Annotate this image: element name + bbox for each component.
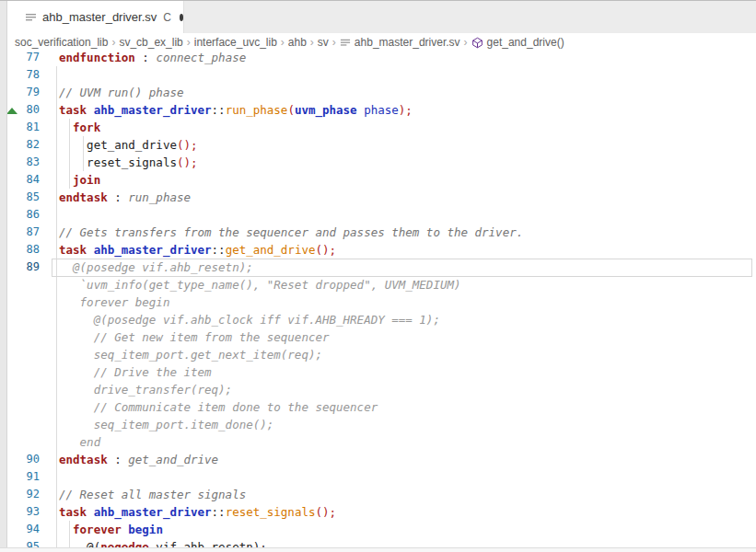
code-line-90: 90endtask : get_and_drive [7,451,756,468]
code-text[interactable]: // UVM run() phase [52,84,183,101]
code-text[interactable]: reset_signals(); [52,154,198,171]
code-line-92: 92// Reset all master signals [7,486,756,503]
line-number[interactable]: 94 [7,521,52,538]
line-number[interactable]: 84 [7,171,52,189]
ghost-code-line: // Drive the item [7,363,756,381]
code-line-91: 91 [7,468,756,486]
code-text[interactable]: `uvm_info(get_type_name(), "Reset droppe… [52,276,461,293]
code-line-93: 93task ahb_master_driver::reset_signals(… [7,503,756,521]
ghost-code-line: // Communicate item done to the sequence… [7,398,756,416]
line-number[interactable]: 79 [7,84,52,101]
ghost-code-line: forever begin [7,293,756,311]
breadcrumb-separator: › [310,36,314,49]
breadcrumb-separator: › [464,36,468,49]
breadcrumb-item-file[interactable]: ahb_master_driver.sv [340,36,460,49]
ghost-code-line: seq_item_port.get_next_item(req); [7,346,756,363]
code-line-83: 83 reset_signals(); [7,154,756,171]
unsaved-changes-dot[interactable] [180,14,183,21]
line-number[interactable]: 77 [7,52,52,66]
line-number[interactable]: 81 [7,119,52,136]
code-text[interactable]: // Communicate item done to the sequence… [52,398,378,416]
code-text[interactable]: task ahb_master_driver::reset_signals(); [52,503,336,521]
line-number[interactable]: 89 [7,259,52,276]
line-number[interactable]: 86 [7,206,52,224]
panel-edge [0,1,7,552]
line-number[interactable]: 87 [7,224,52,241]
code-text[interactable]: // Gets transfers from the sequencer and… [52,224,523,241]
ghost-code-line: end [7,433,756,451]
line-number[interactable]: 90 [7,451,52,468]
editor-viewport: 77endfunction : connect_phase7879// UVM … [7,52,756,548]
code-line-77: 77endfunction : connect_phase [7,52,756,66]
code-text[interactable]: seq_item_port.item_done(); [52,416,273,433]
tab-bar: ahb_master_driver.sv C [7,1,756,33]
code-text[interactable]: fork [52,119,100,136]
line-number[interactable]: 83 [7,154,52,171]
code-line-86: 86 [7,206,756,224]
code-text[interactable]: // Drive the item [52,363,212,381]
code-text[interactable]: forever begin [52,521,163,538]
breadcrumb-separator: › [111,36,115,49]
code-line-85: 85endtask : run_phase [7,189,756,206]
code-text[interactable]: @(posedge vif.ahb_clock iff vif.AHB_HREA… [52,311,440,328]
symbol-method-icon [471,37,483,49]
line-number[interactable]: 92 [7,486,52,503]
code-text[interactable]: @(posedge vif.ahb_resetn); [52,259,253,276]
code-text[interactable]: seq_item_port.get_next_item(req); [52,346,322,363]
ghost-code-line: // Get new item from the sequencer [7,328,756,346]
line-number[interactable]: 88 [7,241,52,259]
breadcrumb-item-symbol[interactable]: get_and_drive() [471,36,564,49]
breadcrumb-separator: › [187,36,191,49]
file-icon [25,11,37,23]
code-text[interactable]: endtask : get_and_drive [52,451,218,468]
code-line-82: 82 get_and_drive(); [7,136,756,154]
code-text[interactable]: task ahb_master_driver::get_and_drive(); [52,241,336,259]
ghost-code-line: drive_transfer(req); [7,381,756,398]
code-line-78: 78 [7,66,756,84]
line-number[interactable]: 78 [7,66,52,84]
code-text[interactable]: task ahb_master_driver::run_phase(uvm_ph… [52,101,413,119]
breadcrumb-item-sv_cb_ex_lib[interactable]: sv_cb_ex_lib [119,36,182,49]
file-icon [340,37,351,48]
green-triangle-icon[interactable] [7,108,17,114]
window-top-border [0,0,756,1]
code-line-84: 84 join [7,171,756,189]
breadcrumb-item-interface_uvc_lib[interactable]: interface_uvc_lib [194,36,277,49]
ghost-code-line: seq_item_port.item_done(); [7,416,756,433]
code-text[interactable]: join [52,171,100,189]
code-text[interactable]: forever begin [52,293,169,311]
code-line-79: 79// UVM run() phase [7,84,756,101]
code-line-81: 81 fork [7,119,756,136]
line-number[interactable]: 91 [7,468,52,486]
code-text[interactable]: endtask : run_phase [52,189,191,206]
line-number[interactable]: 85 [7,189,52,206]
window-bottom-border [0,547,756,552]
breadcrumb-item-sv[interactable]: sv [318,36,329,49]
code-line-89: 89 @(posedge vif.ahb_resetn); [7,259,756,276]
code-text[interactable]: drive_transfer(req); [52,381,232,398]
code-text[interactable]: // Reset all master signals [52,486,246,503]
breadcrumb-separator: › [281,36,285,49]
code-line-80: 80task ahb_master_driver::run_phase(uvm_… [7,101,756,119]
code-line-88: 88task ahb_master_driver::get_and_drive(… [7,241,756,259]
tab-language-badge: C [163,11,171,24]
tab-file-name: ahb_master_driver.sv [42,10,157,24]
line-number[interactable]: 93 [7,503,52,521]
ghost-code-line: @(posedge vif.ahb_clock iff vif.AHB_HREA… [7,311,756,328]
breadcrumb-item-soc_verification_lib[interactable]: soc_verification_lib [15,36,108,49]
breadcrumb: soc_verification_lib›sv_cb_ex_lib›interf… [7,33,756,52]
code-editor-window: ahb_master_driver.sv C soc_verification_… [0,0,756,552]
line-number[interactable]: 82 [7,136,52,154]
ghost-code-line: `uvm_info(get_type_name(), "Reset droppe… [7,276,756,293]
breadcrumb-separator: › [332,36,336,49]
breadcrumb-item-ahb[interactable]: ahb [288,36,307,49]
tab-ahb-master-driver[interactable]: ahb_master_driver.sv C [7,1,184,33]
code-line-94: 94 forever begin [7,521,756,538]
code-text[interactable]: end [52,433,100,451]
code-text[interactable]: endfunction : connect_phase [52,52,246,66]
code-text[interactable]: get_and_drive(); [52,136,198,154]
code-text[interactable]: // Get new item from the sequencer [52,328,330,346]
code-line-87: 87// Gets transfers from the sequencer a… [7,224,756,241]
code-rows: 77endfunction : connect_phase7879// UVM … [7,52,756,548]
